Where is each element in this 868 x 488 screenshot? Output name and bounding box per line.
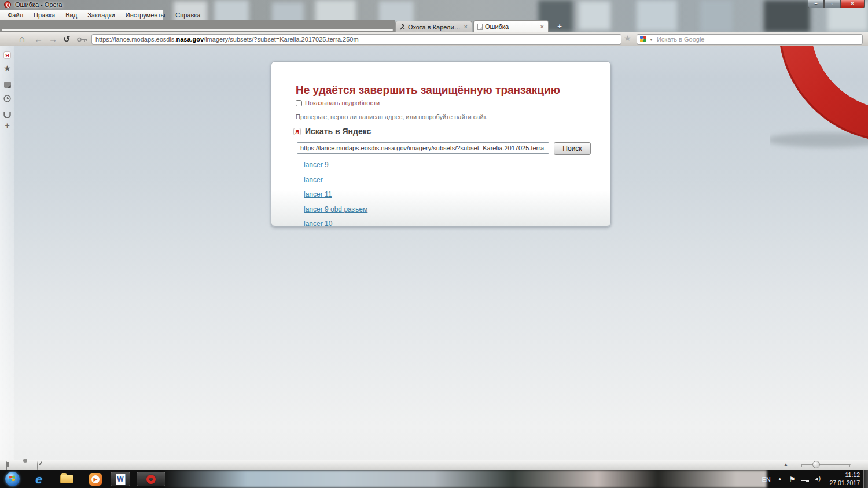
clock[interactable]: 11:12 27.01.2017 (829, 471, 860, 486)
bookmarks-panel-icon[interactable]: ★ (0, 64, 14, 73)
zoom-slider-knob[interactable] (812, 461, 820, 468)
navigation-toolbar: ⌂ ← → ↻ https://lance.modaps.eosdis.nasa… (0, 32, 868, 46)
menu-view[interactable]: Вид (60, 10, 82, 20)
tab-bar: Охота в Карелии • Пр... × Ошибка × + (0, 20, 868, 32)
error-title: Не удаётся завершить защищённую транзакц… (296, 84, 560, 97)
close-button[interactable]: × (840, 0, 865, 8)
clock-date: 27.01.2017 (829, 479, 860, 487)
notes-panel-icon[interactable] (0, 80, 14, 90)
details-checkbox-label: Показывать подробности (305, 99, 380, 106)
suggestion-link[interactable]: lancer 10 (304, 220, 332, 228)
start-button[interactable] (4, 472, 20, 486)
maximize-button[interactable]: ▫ (824, 0, 840, 8)
opera-icon (146, 475, 156, 484)
taskbar: e ▶ W EN ▲ ⚑ 11:12 27.01.2017 (0, 470, 868, 488)
opera-logo-watermark (770, 46, 868, 162)
yandex-panel-icon[interactable]: Я (0, 49, 14, 60)
history-panel-icon[interactable] (0, 94, 14, 105)
details-checkbox-row: Показывать подробности (296, 99, 380, 106)
downloads-panel-icon[interactable] (0, 110, 14, 120)
suggestion-links: lancer 9 lancer lancer 11 lancer 9 obd р… (304, 160, 367, 234)
menu-edit[interactable]: Правка (28, 10, 60, 20)
yandex-search-button[interactable]: Поиск (554, 142, 591, 155)
clock-time: 11:12 (829, 471, 860, 479)
google-icon-yellow (640, 39, 643, 42)
error-panel: Не удаётся завершить защищённую транзакц… (271, 61, 611, 227)
zoom-tick (849, 465, 850, 467)
sidebar: Я ★ + (0, 46, 14, 460)
show-desktop-button[interactable] (863, 470, 868, 488)
status-bar (0, 460, 868, 470)
network-icon[interactable] (801, 476, 809, 482)
google-icon-blue (640, 36, 643, 39)
tab-close-icon[interactable]: × (540, 24, 545, 30)
yandex-search-heading: Я Искать в Яндекс (293, 127, 371, 136)
folder-icon (60, 475, 73, 483)
taskbar-file-explorer[interactable] (58, 472, 75, 486)
tab-title: Ошибка (485, 23, 538, 30)
hidden-icons-arrow-icon[interactable]: ▲ (778, 476, 782, 482)
taskbar-internet-explorer[interactable]: e (30, 472, 47, 486)
document-icon (477, 24, 483, 30)
url-prefix: https://lance.modaps.eosdis. (95, 36, 176, 43)
list-item: lancer 11 (304, 190, 367, 198)
action-center-flag-icon[interactable]: ⚑ (789, 475, 796, 483)
url-domain: nasa.gov (176, 36, 204, 43)
menu-bookmarks[interactable]: Закладки (82, 10, 120, 20)
suggestion-link[interactable]: lancer 9 obd разъем (304, 205, 367, 213)
tab-close-icon[interactable]: × (464, 24, 468, 30)
tab-title: Охота в Карелии • Пр... (408, 24, 461, 31)
add-panel-icon[interactable]: + (0, 121, 14, 130)
clock-icon (3, 95, 11, 102)
windows-flag-icon (9, 476, 16, 482)
yandex-search-input[interactable] (297, 142, 549, 154)
error-hint-text: Проверьте, верно ли написан адрес, или п… (296, 113, 487, 120)
home-icon[interactable]: ⌂ (19, 34, 25, 45)
bookmark-star-icon[interactable]: ★ (624, 34, 631, 43)
suggestion-link[interactable]: lancer 11 (304, 190, 332, 198)
language-indicator[interactable]: EN (762, 476, 770, 483)
menu-help[interactable]: Справка (170, 10, 205, 20)
tab-error-active[interactable]: Ошибка × (473, 20, 549, 32)
new-tab-button[interactable]: + (553, 22, 566, 31)
taskbar-media-player[interactable]: ▶ (87, 472, 104, 486)
suggestion-link[interactable]: lancer 9 (304, 161, 329, 169)
word-icon: W (116, 474, 126, 485)
yandex-heading-label: Искать в Яндекс (305, 127, 371, 136)
google-icon-green (643, 39, 646, 42)
tab-bar-glass (0, 20, 395, 32)
show-details-checkbox[interactable] (296, 100, 302, 106)
zoom-tick (826, 465, 826, 467)
media-player-icon: ▶ (89, 473, 102, 486)
google-icon (640, 36, 647, 43)
suggestion-link[interactable]: lancer (304, 176, 323, 184)
internet-explorer-icon: e (35, 472, 42, 486)
google-search-field[interactable]: ▼ Искать в Google (637, 34, 863, 45)
zoom-menu-arrow-icon[interactable]: ▲ (784, 462, 788, 467)
forward-icon[interactable]: → (49, 34, 57, 45)
title-bar: Ошибка - Opera – ▫ × (0, 0, 868, 10)
list-item: lancer 10 (304, 219, 367, 228)
tab-hunting-karelia[interactable]: Охота в Карелии • Пр... × (395, 21, 472, 32)
menu-file[interactable]: Файл (2, 10, 28, 20)
minimize-button[interactable]: – (808, 0, 824, 8)
url-path: /imagery/subsets/?subset=Karelia.2017025… (204, 36, 359, 43)
list-item: lancer 9 obd разъем (304, 205, 367, 213)
back-icon[interactable]: ← (34, 34, 43, 45)
taskbar-opera-active[interactable] (137, 472, 165, 486)
window-title: Ошибка - Opera (15, 1, 62, 8)
download-icon (3, 111, 11, 118)
logo-arc (795, 46, 868, 125)
volume-icon[interactable] (815, 476, 822, 483)
system-tray: EN ▲ ⚑ 11:12 27.01.2017 (762, 470, 863, 488)
hunting-site-favicon (399, 24, 406, 30)
password-key-icon[interactable] (77, 37, 87, 42)
taskbar-wallpaper-showthrough (162, 470, 767, 488)
menu-tools[interactable]: Инструменты (120, 10, 171, 20)
reload-icon[interactable]: ↻ (63, 34, 71, 45)
search-engine-dropdown-icon[interactable]: ▼ (649, 38, 653, 42)
taskbar-word-active[interactable]: W (111, 472, 130, 486)
menu-bar: Файл Правка Вид Закладки Инструменты Спр… (0, 10, 163, 20)
google-icon-red (643, 36, 646, 39)
address-bar[interactable]: https://lance.modaps.eosdis.nasa.gov/ima… (91, 34, 621, 45)
